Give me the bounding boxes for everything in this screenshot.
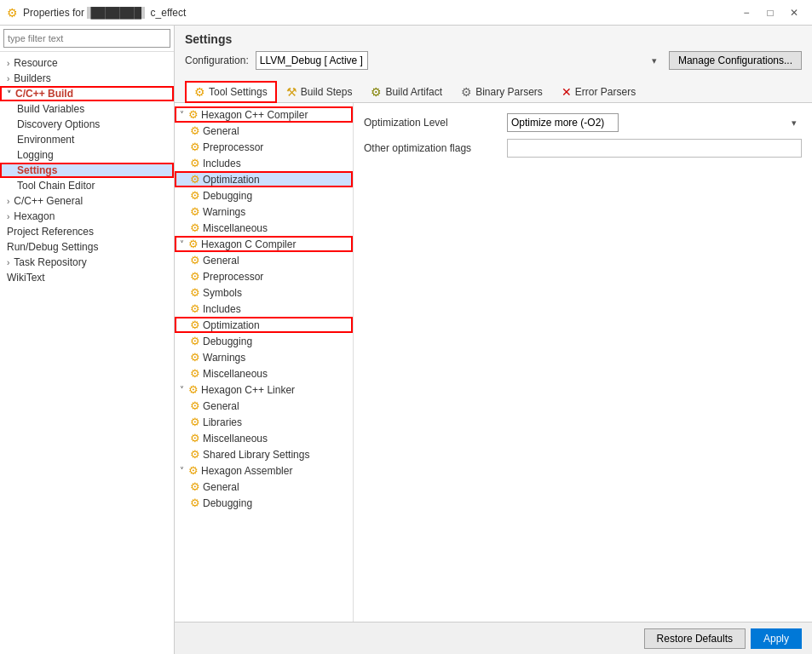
- gear-icon: ⚙: [190, 270, 200, 283]
- chevron-icon: ›: [7, 197, 9, 206]
- tab-binary-parsers[interactable]: ⚙ Binary Parsers: [452, 81, 552, 103]
- close-button[interactable]: ✕: [783, 4, 805, 21]
- tool-tree-includes-cpp[interactable]: ⚙ Includes: [175, 155, 353, 171]
- tab-label: Binary Parsers: [475, 86, 543, 98]
- gear-icon: ⚙: [190, 141, 200, 153]
- minimize-button[interactable]: −: [735, 4, 757, 21]
- tool-tree-includes-c[interactable]: ⚙ Includes: [175, 301, 353, 317]
- tool-tree-hexagon-assembler[interactable]: ˅ ⚙ Hexagon Assembler: [175, 462, 353, 479]
- tool-tree-miscellaneous-c[interactable]: ⚙ Miscellaneous: [175, 365, 353, 382]
- tool-tree-warnings-cpp[interactable]: ⚙ Warnings: [175, 204, 353, 220]
- tab-error-parsers[interactable]: ✕ Error Parsers: [552, 81, 645, 103]
- gear-icon: ⚙: [190, 302, 200, 315]
- chevron-icon: ˅: [180, 239, 184, 249]
- sidebar-item-build-variables[interactable]: Build Variables: [0, 101, 174, 117]
- right-pane: Optimization Level None (-O0) Optimize (…: [354, 103, 812, 622]
- tool-tree-debugging-cpp[interactable]: ⚙ Debugging: [175, 187, 353, 204]
- tool-tree-general-assembler[interactable]: ⚙ General: [175, 479, 353, 495]
- opt-level-select[interactable]: None (-O0) Optimize (-O1) Optimize more …: [507, 113, 619, 132]
- sidebar-item-label: Settings: [17, 164, 57, 176]
- sidebar-item-ccpp-general[interactable]: › C/C++ General: [0, 193, 174, 209]
- tool-tree-optimization-cpp[interactable]: ⚙ Optimization: [175, 171, 353, 187]
- gear-icon: ⚙: [190, 480, 200, 493]
- tab-tool-settings[interactable]: ⚙ Tool Settings: [185, 81, 277, 103]
- gear-icon: ⚙: [190, 189, 200, 202]
- tool-tree-general-linker[interactable]: ⚙ General: [175, 398, 353, 414]
- sidebar-item-label: Builders: [14, 72, 50, 84]
- filter-input[interactable]: [3, 29, 170, 48]
- sidebar-item-project-references[interactable]: Project References: [0, 224, 174, 239]
- tool-label: Symbols: [203, 287, 242, 299]
- tool-tree-debugging-assembler[interactable]: ⚙ Debugging: [175, 495, 353, 511]
- sidebar-item-run-debug-settings[interactable]: Run/Debug Settings: [0, 239, 174, 255]
- tool-tree-symbols-c[interactable]: ⚙ Symbols: [175, 284, 353, 301]
- tool-tree-miscellaneous-linker[interactable]: ⚙ Miscellaneous: [175, 430, 353, 446]
- tool-tree-hexagon-cpp-linker[interactable]: ˅ ⚙ Hexagon C++ Linker: [175, 382, 353, 398]
- tool-tree-warnings-c[interactable]: ⚙ Warnings: [175, 349, 353, 365]
- apply-button[interactable]: Apply: [751, 628, 802, 649]
- gear-icon: ⚙: [190, 254, 200, 267]
- tool-tree-libraries-linker[interactable]: ⚙ Libraries: [175, 414, 353, 430]
- manage-configurations-button[interactable]: Manage Configurations...: [669, 51, 802, 70]
- tool-tree-debugging-c[interactable]: ⚙ Debugging: [175, 333, 353, 349]
- sidebar-item-ccpp-build[interactable]: ˅ C/C++ Build: [0, 86, 174, 101]
- config-row: Configuration: LLVM_Debug [ Active ] Man…: [185, 51, 802, 70]
- sidebar-item-label: WikiText: [7, 272, 45, 284]
- gear-icon: ⚙: [190, 205, 200, 218]
- sidebar-item-discovery-options[interactable]: Discovery Options: [0, 117, 174, 132]
- tab-build-steps[interactable]: ⚒ Build Steps: [277, 81, 362, 103]
- tool-tree-optimization-c[interactable]: ⚙ Optimization: [175, 317, 353, 333]
- gear-icon: ⚙: [190, 173, 200, 186]
- sidebar-item-environment[interactable]: Environment: [0, 132, 174, 147]
- titlebar-title: Properties for ███████ c_effect: [23, 7, 186, 19]
- chevron-icon: ›: [7, 258, 9, 267]
- sidebar-item-label: Project References: [7, 226, 94, 238]
- tab-label: Tool Settings: [209, 86, 268, 98]
- sidebar-item-hexagon[interactable]: › Hexagon: [0, 209, 174, 224]
- other-flags-label: Other optimization flags: [364, 142, 500, 154]
- tool-tree-general-cpp[interactable]: ⚙ General: [175, 123, 353, 139]
- tool-tree-shared-library-settings[interactable]: ⚙ Shared Library Settings: [175, 446, 353, 462]
- tool-label: Hexagon C++ Compiler: [201, 109, 308, 121]
- main-container: › Resource › Builders ˅ C/C++ Build Buil…: [0, 26, 812, 654]
- tool-label: Optimization: [203, 174, 260, 186]
- gear-icon: ⚙: [190, 335, 200, 347]
- tool-label: Preprocessor: [203, 271, 263, 283]
- tool-tree-miscellaneous-cpp[interactable]: ⚙ Miscellaneous: [175, 220, 353, 236]
- titlebar-left: ⚙ Properties for ███████ c_effect: [7, 6, 186, 20]
- sidebar-item-label: Hexagon: [14, 210, 55, 222]
- binary-icon: ⚙: [461, 85, 472, 99]
- tool-label: General: [203, 255, 239, 267]
- sidebar-item-label: Run/Debug Settings: [7, 241, 98, 253]
- opt-level-select-wrapper: None (-O0) Optimize (-O1) Optimize more …: [507, 113, 802, 132]
- sidebar-item-resource[interactable]: › Resource: [0, 55, 174, 71]
- tool-tree-hexagon-c-compiler[interactable]: ˅ ⚙ Hexagon C Compiler: [175, 236, 353, 252]
- sidebar-item-logging[interactable]: Logging: [0, 147, 174, 163]
- hammer-icon: ⚒: [286, 85, 297, 99]
- gear-icon: ⚙: [190, 399, 200, 412]
- tool-tree-preprocessor-cpp[interactable]: ⚙ Preprocessor: [175, 139, 353, 155]
- artifact-icon: ⚙: [371, 85, 382, 99]
- config-dropdown[interactable]: LLVM_Debug [ Active ]: [256, 51, 368, 70]
- tool-tree-pane: ˅ ⚙ Hexagon C++ Compiler ⚙ General ⚙ Pre…: [175, 103, 354, 622]
- tool-label: Includes: [203, 303, 241, 315]
- tool-tree-preprocessor-c[interactable]: ⚙ Preprocessor: [175, 268, 353, 284]
- chevron-icon: ›: [7, 74, 9, 83]
- sidebar-item-builders[interactable]: › Builders: [0, 71, 174, 86]
- gear-icon: ⚙: [190, 416, 200, 428]
- sidebar-item-tool-chain-editor[interactable]: Tool Chain Editor: [0, 178, 174, 193]
- sidebar-item-task-repository[interactable]: › Task Repository: [0, 255, 174, 270]
- sidebar-item-settings[interactable]: Settings: [0, 163, 174, 178]
- chevron-icon: ˅: [7, 89, 11, 99]
- sidebar-item-label: C/C++ Build: [15, 88, 73, 100]
- tool-label: Debugging: [203, 497, 252, 509]
- sidebar-item-wikitext[interactable]: WikiText: [0, 270, 174, 285]
- tool-label: Debugging: [203, 190, 252, 202]
- maximize-button[interactable]: □: [759, 4, 781, 21]
- tab-build-artifact[interactable]: ⚙ Build Artifact: [361, 81, 452, 103]
- tool-tree-general-c[interactable]: ⚙ General: [175, 252, 353, 268]
- other-flags-input[interactable]: [507, 139, 802, 158]
- tool-label: Optimization: [203, 319, 260, 331]
- tool-tree-hexagon-cpp-compiler[interactable]: ˅ ⚙ Hexagon C++ Compiler: [175, 106, 353, 123]
- restore-defaults-button[interactable]: Restore Defaults: [644, 628, 746, 649]
